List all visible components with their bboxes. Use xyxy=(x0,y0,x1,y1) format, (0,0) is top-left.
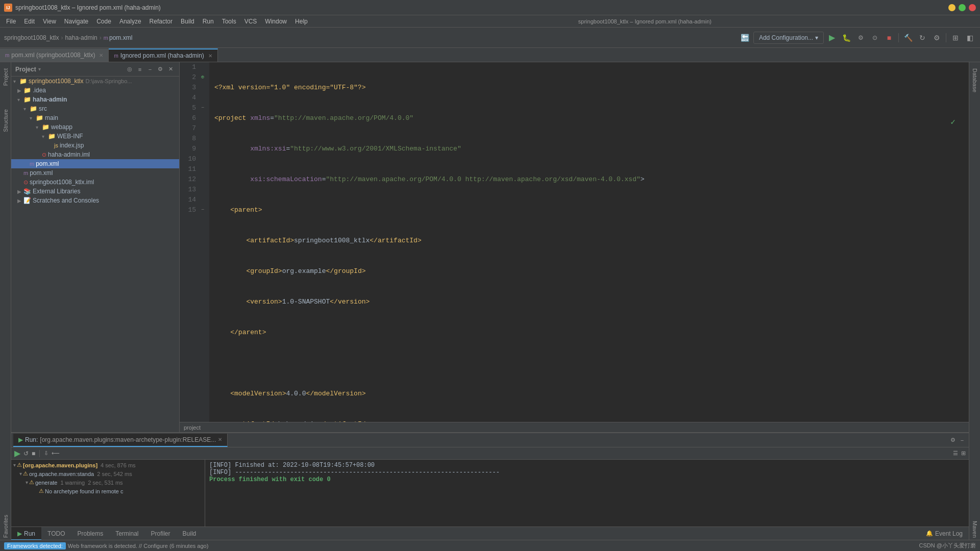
run-button[interactable]: ▶ xyxy=(826,32,838,44)
tree-item-haha-iml[interactable]: ⊙ haha-admin.iml xyxy=(11,150,179,159)
debug-button[interactable]: 🐛 xyxy=(840,32,852,44)
sidebar-collapse-btn[interactable]: − xyxy=(145,65,155,74)
tree-item-main[interactable]: ▾ 📁 main xyxy=(11,113,179,122)
code-content[interactable]: <?xml version="1.0" encoding="UTF-8"?> <… xyxy=(209,62,969,422)
sidebar-locate-btn[interactable]: ◎ xyxy=(125,65,134,74)
tab-close-1[interactable]: ✕ xyxy=(99,53,103,58)
tree-item-springiml[interactable]: ⊙ springboot1008_ktlx.iml xyxy=(11,178,179,187)
sync-button[interactable]: ↻ xyxy=(916,32,928,44)
webapp-arrow[interactable]: ▾ xyxy=(36,124,42,130)
profile-button[interactable]: ⊙ xyxy=(869,32,881,44)
foldgutter-15[interactable]: − xyxy=(201,205,208,215)
settings-button[interactable]: ⚙ xyxy=(930,32,943,44)
close-button[interactable] xyxy=(969,4,976,11)
sidebar-dropdown-icon[interactable]: ▾ xyxy=(38,66,41,72)
minimize-button[interactable] xyxy=(948,4,955,11)
bottom-settings-btn[interactable]: ⚙ xyxy=(948,436,958,445)
btab-build[interactable]: Build xyxy=(177,528,203,539)
database-side-label[interactable]: Database xyxy=(971,66,979,94)
btab-todo[interactable]: TODO xyxy=(41,528,71,539)
menu-file[interactable]: File xyxy=(2,17,20,26)
stop-button[interactable]: ■ xyxy=(883,32,895,44)
menu-analyze[interactable]: Analyze xyxy=(115,17,145,26)
btab-problems[interactable]: Problems xyxy=(71,528,109,539)
run-tree-standa[interactable]: ▾ ⚠ org.apache.maven:standa 2 sec, 542 m… xyxy=(11,469,205,478)
tree-item-webapp[interactable]: ▾ 📁 webapp xyxy=(11,122,179,132)
foldgutter-2[interactable]: ⊕ xyxy=(201,72,208,83)
maximize-button[interactable] xyxy=(959,4,966,11)
project-side-label[interactable]: Project xyxy=(2,66,10,88)
tree-item-idea[interactable]: ▶ 📁 .idea xyxy=(11,86,179,95)
run-rerun-btn[interactable]: ↺ xyxy=(22,449,30,458)
tree-item-src[interactable]: ▾ 📁 src xyxy=(11,104,179,113)
sidebar-close-btn[interactable]: ✕ xyxy=(166,65,175,74)
maven-side-label[interactable]: Maven xyxy=(971,519,979,540)
run-filter-btn[interactable]: ☰ xyxy=(952,449,959,458)
haha-arrow[interactable]: ▾ xyxy=(17,97,23,103)
menu-vcs[interactable]: VCS xyxy=(240,17,261,26)
tab-pom-haha[interactable]: m Ignored pom.xml (haha-admin) ✕ xyxy=(109,48,217,62)
tab-close-2[interactable]: ✕ xyxy=(208,53,212,59)
bottom-close-btn[interactable]: − xyxy=(958,436,967,445)
run-tree-noarchetype[interactable]: ⚠ No archetype found in remote c xyxy=(11,487,205,495)
view-mode-button[interactable]: ◧ xyxy=(964,32,976,44)
generate-arrow[interactable]: ▾ xyxy=(26,480,28,485)
run-tree-root[interactable]: ▾ ⚠ [org.apache.maven.plugins] 4 sec, 87… xyxy=(11,461,205,469)
btab-event-log[interactable]: 🔔 Event Log xyxy=(920,528,969,539)
run-scroll-btn[interactable]: ⇩ xyxy=(43,449,50,458)
breadcrumb-project[interactable]: springboot1008_ktlx xyxy=(4,34,59,41)
tree-item-extlibs[interactable]: ▶ 📚 External Libraries xyxy=(11,187,179,196)
menu-refactor[interactable]: Refactor xyxy=(145,17,177,26)
breadcrumb-module[interactable]: haha-admin xyxy=(65,34,97,41)
run-tab-close[interactable]: ✕ xyxy=(218,437,222,442)
frameworks-detected-badge[interactable]: Frameworks detected: xyxy=(4,542,66,549)
webinf-arrow[interactable]: ▾ xyxy=(42,134,48,139)
tree-item-webinf[interactable]: ▾ 📁 WEB-INF xyxy=(11,132,179,141)
menu-navigate[interactable]: Navigate xyxy=(60,17,92,26)
structure-side-label[interactable]: Structure xyxy=(2,107,10,134)
run-tree-generate[interactable]: ▾ ⚠ generate 1 warning 2 sec, 531 ms xyxy=(11,478,205,487)
extlibs-arrow[interactable]: ▶ xyxy=(17,189,23,194)
btab-terminal[interactable]: Terminal xyxy=(109,528,144,539)
run-stop-btn[interactable]: ■ xyxy=(31,449,36,458)
main-arrow[interactable]: ▾ xyxy=(30,115,36,121)
src-arrow[interactable]: ▾ xyxy=(23,106,30,112)
menu-build[interactable]: Build xyxy=(177,17,199,26)
menu-code[interactable]: Code xyxy=(92,17,115,26)
menu-tools[interactable]: Tools xyxy=(218,17,240,26)
btab-run[interactable]: ▶ Run xyxy=(11,527,41,540)
expand-button[interactable]: ⊞ xyxy=(949,32,962,44)
tree-item-haha[interactable]: ▾ 📁 haha-admin xyxy=(11,95,179,104)
menu-run[interactable]: Run xyxy=(199,17,218,26)
run-tab[interactable]: ▶ Run: [org.apache.maven.plugins:maven-a… xyxy=(13,434,228,447)
standa-arrow[interactable]: ▾ xyxy=(19,471,22,477)
sidebar-expand-btn[interactable]: ≡ xyxy=(135,65,144,74)
menu-help[interactable]: Help xyxy=(291,17,312,26)
tree-item-scratches[interactable]: ▶ 📝 Scratches and Consoles xyxy=(11,196,179,205)
code-editor[interactable]: 1 2 3 4 5 6 7 8 9 10 11 12 13 xyxy=(180,62,969,422)
root-arrow[interactable]: ▾ xyxy=(13,79,19,84)
run-layout-btn[interactable]: ⊞ xyxy=(960,449,967,458)
coverage-button[interactable]: ⚙ xyxy=(854,32,867,44)
navigate-back-button[interactable]: 🔙 xyxy=(739,32,751,44)
run-play-btn[interactable]: ▶ xyxy=(13,447,21,459)
menu-edit[interactable]: Edit xyxy=(20,17,39,26)
breadcrumb-file[interactable]: m pom.xml xyxy=(104,34,133,41)
sidebar-settings-btn[interactable]: ⚙ xyxy=(156,65,165,74)
add-configuration-button[interactable]: Add Configuration... ▾ xyxy=(753,32,824,44)
scratches-arrow[interactable]: ▶ xyxy=(17,198,23,204)
tree-item-pom-root[interactable]: m pom.xml xyxy=(11,168,179,178)
tree-item-root[interactable]: ▾ 📁 springboot1008_ktlx D:\java-Springbo… xyxy=(11,77,179,86)
favorites-side-label[interactable]: Favorites xyxy=(2,513,10,540)
menu-view[interactable]: View xyxy=(39,17,60,26)
btab-profiler[interactable]: Profiler xyxy=(145,528,177,539)
build-button[interactable]: 🔨 xyxy=(902,32,914,44)
run-wrap-btn[interactable]: ⟵ xyxy=(51,449,61,458)
tree-item-index-jsp[interactable]: js index.jsp xyxy=(11,141,179,150)
tree-item-pom-selected[interactable]: m pom.xml xyxy=(11,159,179,168)
tab-pom-springboot[interactable]: m pom.xml (springboot1008_ktlx) ✕ xyxy=(0,48,109,62)
foldgutter-5[interactable]: − xyxy=(201,103,208,113)
root-expand-arrow[interactable]: ▾ xyxy=(13,462,16,468)
idea-arrow[interactable]: ▶ xyxy=(17,88,23,93)
menu-window[interactable]: Window xyxy=(261,17,291,26)
